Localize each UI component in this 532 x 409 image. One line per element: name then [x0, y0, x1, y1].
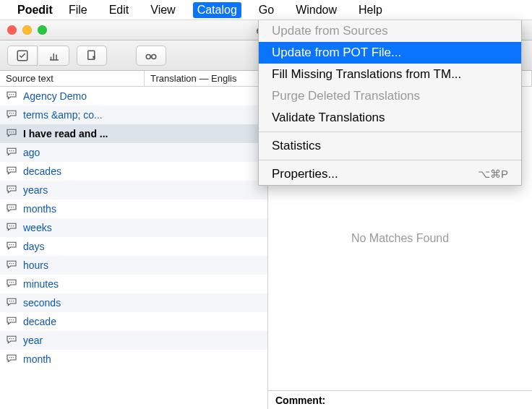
table-row[interactable]: ago [0, 143, 267, 162]
menu-item-properties[interactable]: Properties...⌥⌘P [259, 163, 521, 185]
menu-separator [259, 160, 521, 160]
menu-item-label: Statistics [272, 139, 321, 153]
svg-point-7 [9, 113, 10, 113]
row-label: days [23, 241, 45, 252]
svg-point-47 [11, 357, 12, 358]
menu-item-view[interactable]: View [146, 2, 179, 18]
menu-item-update-from-pot-file[interactable]: Update from POT File... [259, 42, 521, 64]
table-row[interactable]: years [0, 181, 267, 199]
table-row[interactable]: month [0, 350, 267, 369]
close-button[interactable] [7, 25, 17, 35]
comment-bubble-icon [6, 165, 17, 178]
glasses-icon [145, 49, 158, 62]
check-icon [16, 49, 29, 62]
comment-bubble-icon [6, 353, 17, 366]
svg-point-5 [11, 94, 12, 95]
comment-bubble-icon [6, 147, 17, 159]
comment-bubble-icon [6, 222, 17, 234]
row-label: months [23, 203, 56, 215]
table-row[interactable]: minutes [0, 275, 267, 293]
svg-point-48 [13, 357, 14, 358]
svg-point-24 [13, 207, 14, 207]
svg-point-43 [9, 338, 10, 339]
table-row[interactable]: decades [0, 162, 267, 181]
menu-item-label: Validate Translations [272, 111, 385, 125]
svg-point-20 [11, 188, 12, 189]
svg-point-22 [9, 207, 10, 207]
comment-bubble-icon [6, 128, 17, 140]
row-label: terms &amp; co... [23, 109, 103, 121]
svg-point-37 [9, 301, 10, 301]
table-row[interactable]: months [0, 199, 267, 218]
menu-item-label: Fill Missing Translations from TM... [272, 67, 461, 82]
column-source-text[interactable]: Source text [0, 71, 145, 86]
svg-point-11 [11, 132, 12, 132]
comment-bubble-icon [6, 184, 17, 197]
row-label: year [23, 335, 43, 346]
comment-bubble-icon [6, 335, 17, 347]
svg-point-16 [9, 169, 10, 170]
menu-item-fill-missing-translations-from-tm[interactable]: Fill Missing Translations from TM... [259, 64, 521, 85]
menu-item-catalog[interactable]: Catalog [193, 2, 241, 18]
menu-separator [259, 132, 521, 132]
comment-bubble-icon [6, 259, 17, 272]
menu-item-help[interactable]: Help [354, 2, 387, 18]
svg-point-13 [9, 150, 10, 151]
svg-point-32 [11, 263, 12, 264]
svg-point-41 [11, 319, 12, 320]
svg-point-29 [11, 244, 12, 245]
table-row[interactable]: Agency Demo [0, 87, 267, 106]
menu-item-label: Update from POT File... [272, 46, 401, 60]
svg-point-10 [9, 132, 10, 132]
menu-item-label: Properties... [272, 167, 338, 181]
zoom-button[interactable] [38, 25, 47, 35]
table-row[interactable]: terms &amp; co... [0, 106, 267, 124]
table-row[interactable]: I have read and ... [0, 124, 267, 143]
svg-point-33 [13, 263, 14, 264]
row-label: I have read and ... [23, 128, 108, 139]
svg-point-26 [11, 225, 12, 226]
svg-point-14 [11, 150, 12, 151]
row-label: weeks [23, 222, 52, 233]
table-row[interactable]: seconds [0, 293, 267, 312]
svg-point-28 [9, 244, 10, 245]
app-name[interactable]: Poedit [17, 4, 53, 17]
svg-point-44 [11, 338, 12, 339]
svg-point-6 [13, 94, 14, 95]
menu-item-statistics[interactable]: Statistics [259, 135, 521, 157]
table-row[interactable]: weeks [0, 218, 267, 237]
row-label: month [23, 353, 51, 365]
table-row[interactable]: days [0, 237, 267, 256]
menu-item-go[interactable]: Go [254, 2, 278, 18]
svg-point-2 [146, 54, 150, 59]
menu-item-window[interactable]: Window [291, 2, 341, 18]
source-list[interactable]: Agency Demoterms &amp; co...I have read … [0, 87, 267, 409]
comment-label: Comment: [268, 390, 532, 409]
validate-button[interactable] [7, 46, 38, 66]
svg-point-30 [13, 244, 14, 245]
minimize-button[interactable] [22, 25, 32, 35]
row-label: seconds [23, 297, 61, 309]
row-label: hours [23, 259, 48, 271]
table-row[interactable]: hours [0, 256, 267, 275]
svg-point-23 [11, 207, 12, 207]
table-row[interactable]: year [0, 331, 267, 350]
menu-item-validate-translations[interactable]: Validate Translations [259, 107, 521, 129]
svg-point-35 [11, 282, 12, 283]
svg-point-34 [9, 282, 10, 283]
toolbar-group-1 [7, 46, 69, 66]
table-row[interactable]: decade [0, 312, 267, 331]
row-label: decade [23, 316, 56, 327]
catalog-menu-dropdown: Update from SourcesUpdate from POT File.… [258, 20, 522, 186]
menu-item-label: Update from Sources [272, 24, 388, 38]
window-traffic-lights [7, 25, 47, 35]
comment-bubble-icon [6, 316, 17, 328]
menu-item-file[interactable]: File [64, 2, 92, 18]
menu-item-edit[interactable]: Edit [105, 2, 134, 18]
chart-icon [48, 49, 61, 62]
svg-point-9 [13, 113, 14, 113]
export-button[interactable] [77, 46, 107, 66]
stats-button[interactable] [39, 46, 69, 66]
view-toggle-button[interactable] [136, 46, 166, 66]
svg-point-31 [9, 263, 10, 264]
